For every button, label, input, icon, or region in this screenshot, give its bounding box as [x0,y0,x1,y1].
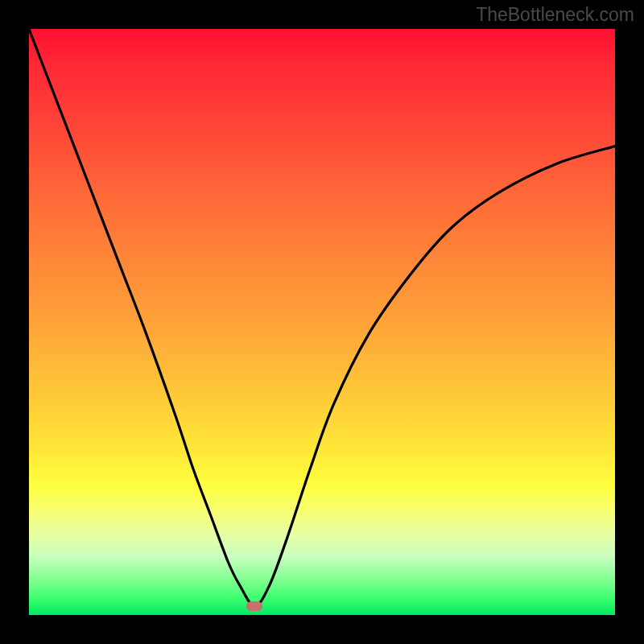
watermark-text: TheBottleneck.com [476,4,634,26]
optimal-point-marker [246,601,262,611]
bottleneck-curve [29,29,615,615]
chart-plot-area [29,29,615,615]
